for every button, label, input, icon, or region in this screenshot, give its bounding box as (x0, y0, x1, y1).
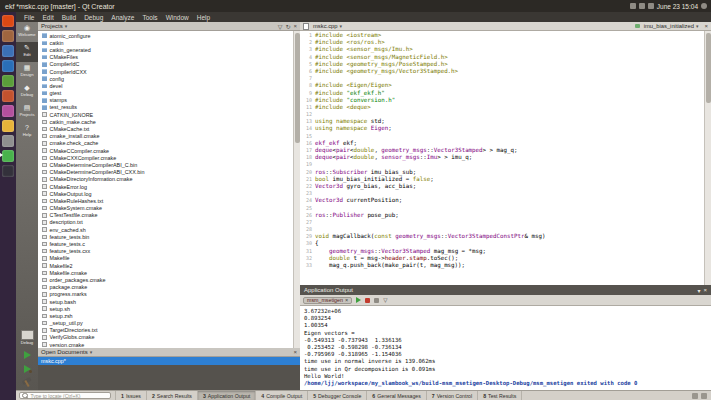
pane-button-test-results[interactable]: 8Test Results (478, 391, 522, 400)
code-line[interactable]: 23 (300, 190, 704, 197)
code-line[interactable]: 12 (300, 111, 704, 118)
pane-button-compile-output[interactable]: 4Compile Output (256, 391, 308, 400)
tree-item[interactable]: catkin (38, 39, 293, 46)
progress-icon[interactable] (692, 393, 698, 399)
close-document-icon[interactable]: × (704, 23, 708, 29)
pane-button-general-messages[interactable]: 6General Messages (367, 391, 426, 400)
code-line[interactable]: 6#include <geometry_msgs/Vector3Stamped.… (300, 68, 704, 75)
pane-button-search-results[interactable]: 2Search Results (147, 391, 198, 400)
code-line[interactable]: 28 (300, 226, 704, 233)
tree-item[interactable]: TargetDirectories.txt (38, 327, 293, 334)
run-button[interactable] (24, 350, 31, 359)
locator-input[interactable]: Type to locate (Ctrl+K) (19, 392, 111, 399)
tree-item[interactable]: CompilerIdCXX (38, 68, 293, 75)
build-button[interactable] (22, 378, 32, 387)
tree-item[interactable]: CMakeDetermineCompilerABI_CXX.bin (38, 169, 293, 176)
network-indicator-icon[interactable] (639, 3, 645, 9)
pane-button-version-control[interactable]: 7Version Control (427, 391, 478, 400)
mode-edit[interactable]: ✎Edit (16, 42, 38, 62)
launcher-item-terminal[interactable] (0, 163, 16, 178)
launcher-item-libreoffice-calc[interactable] (0, 73, 16, 88)
code-line[interactable]: 25 (300, 205, 704, 212)
code-line[interactable]: 31 geometry_msgs::Vector3Stamped mag_msg… (300, 248, 704, 255)
code-line[interactable]: 8#include <Eigen/Eigen> (300, 82, 704, 89)
filter-output-button[interactable]: ▽ (383, 297, 387, 303)
tree-item[interactable]: test_results (38, 104, 293, 111)
code-line[interactable]: 19 (300, 161, 704, 168)
sidebar-view-combo[interactable]: Projects ▾ (41, 23, 67, 29)
menu-file[interactable]: File (20, 14, 38, 21)
pane-button-debugger-console[interactable]: 5Debugger Console (308, 391, 367, 400)
tree-item[interactable]: CMakeError.log (38, 183, 293, 190)
mode-design[interactable]: ▦Design (16, 62, 38, 82)
stop-button[interactable] (365, 298, 370, 303)
tree-item[interactable]: devel (38, 82, 293, 89)
code-line[interactable]: 24Vector3d currentPosition; (300, 197, 704, 204)
mode-help[interactable]: ?Help (16, 122, 38, 142)
attach-button[interactable] (374, 298, 379, 303)
settings-icon[interactable] (701, 393, 707, 399)
open-documents-combo[interactable]: Open Documents ▾ (41, 349, 92, 355)
code-line[interactable]: 9#include "ekf_ekf.h" (300, 90, 704, 97)
minimize-pane-icon[interactable]: ▾ (697, 287, 700, 294)
tree-item[interactable]: CMakeRuleHashes.txt (38, 197, 293, 204)
launcher-item-ubuntu-software[interactable] (0, 103, 16, 118)
tree-item[interactable]: catkin_generated (38, 46, 293, 53)
tree-item[interactable]: cmake_install.cmake (38, 133, 293, 140)
tree-item[interactable]: stamps (38, 97, 293, 104)
tree-item[interactable]: setup.bash (38, 298, 293, 305)
tree-item[interactable]: CMakeCXXCompiler.cmake (38, 154, 293, 161)
tree-item[interactable]: CMakeFiles (38, 54, 293, 61)
tree-item[interactable]: VerifyGlobs.cmake (38, 334, 293, 341)
filter-icon[interactable]: ▽ (278, 23, 283, 30)
tree-item[interactable]: cmake.check_cache (38, 140, 293, 147)
tree-item[interactable]: feature_tests.bin (38, 233, 293, 240)
launcher-item-amazon[interactable] (0, 118, 16, 133)
code-line[interactable]: 27 (300, 219, 704, 226)
tree-item[interactable]: description.txt (38, 219, 293, 226)
tree-item[interactable]: CMakeCCompiler.cmake (38, 147, 293, 154)
close-tab-icon[interactable]: × (345, 297, 348, 303)
tree-scrollbar[interactable] (293, 31, 300, 348)
code-line[interactable]: 11#include <deque> (300, 104, 704, 111)
tree-item[interactable]: CMakeDirectoryInformation.cmake (38, 176, 293, 183)
menu-analyze[interactable]: Analyze (107, 14, 138, 21)
close-panel-icon[interactable]: × (293, 349, 297, 355)
close-sidebar-icon[interactable]: × (293, 23, 297, 29)
tree-item[interactable]: _setup_util.py (38, 320, 293, 327)
mail-indicator-icon[interactable] (630, 3, 636, 9)
rerun-button[interactable] (356, 297, 361, 303)
tree-item[interactable]: Makefile.cmake (38, 269, 293, 276)
kit-selector-button[interactable]: Debug (21, 330, 34, 345)
tree-item[interactable]: config (38, 75, 293, 82)
code-line[interactable]: 4#include <sensor_msgs/MagneticField.h> (300, 54, 704, 61)
menu-edit[interactable]: Edit (38, 14, 57, 21)
pane-button-issues[interactable]: 1Issues (115, 391, 147, 400)
code-line[interactable]: 15 (300, 133, 704, 140)
code-line[interactable]: 16ekf_ekf ekf; (300, 140, 704, 147)
code-line[interactable]: 3#include <sensor_msgs/Imu.h> (300, 46, 704, 53)
tree-item[interactable]: Makefile (38, 255, 293, 262)
launcher-item-libreoffice-impress[interactable] (0, 88, 16, 103)
launcher-item-system-settings[interactable] (0, 133, 16, 148)
tree-item[interactable]: CMakeOutput.log (38, 190, 293, 197)
launcher-item-qt-creator[interactable] (0, 148, 16, 163)
code-line[interactable]: 14using namespace Eigen; (300, 125, 704, 132)
launcher-item-firefox[interactable] (0, 43, 16, 58)
tree-item[interactable]: CompilerIdC (38, 61, 293, 68)
menu-build[interactable]: Build (58, 14, 80, 21)
code-line[interactable]: 10#include "conversion.h" (300, 97, 704, 104)
clock[interactable]: June 23 15:04 (657, 3, 698, 10)
menu-tools[interactable]: Tools (138, 14, 161, 21)
tree-item[interactable]: CMakeDetermineCompilerABI_C.bin (38, 161, 293, 168)
debug-run-button[interactable] (24, 364, 31, 373)
tree-item[interactable]: feature_tests.c (38, 240, 293, 247)
editor-scrollbar[interactable] (704, 31, 711, 285)
mode-projects[interactable]: ▤Projects (16, 102, 38, 122)
code-line[interactable]: 7 (300, 75, 704, 82)
tree-item[interactable]: CMakeSystem.cmake (38, 205, 293, 212)
code-line[interactable]: 29void magCallback(const geometry_msgs::… (300, 233, 704, 240)
tree-item[interactable]: gtest (38, 90, 293, 97)
code-line[interactable]: 32 double t = msg->header.stamp.toSec(); (300, 255, 704, 262)
code-line[interactable]: 17deque<pair<double, geometry_msgs::Vect… (300, 147, 704, 154)
